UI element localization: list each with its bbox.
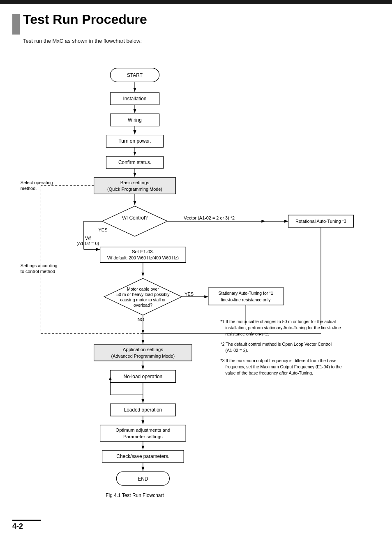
svg-text:END: END xyxy=(138,476,148,482)
svg-text:V/f Control?: V/f Control? xyxy=(122,215,148,221)
svg-text:*2  The default control method: *2 The default control method is Open Lo… xyxy=(221,342,332,347)
svg-text:V/f: V/f xyxy=(85,236,91,240)
svg-text:Check/save parameters.: Check/save parameters. xyxy=(116,453,169,459)
svg-text:Confirm status.: Confirm status. xyxy=(118,160,151,165)
svg-text:installation, perform stationa: installation, perform stationary Auto-Tu… xyxy=(226,326,341,330)
svg-text:Select operating: Select operating xyxy=(21,180,53,185)
flowchart-svg: START Installation Wiring Turn on power.… xyxy=(12,52,380,525)
flowchart-area: START Installation Wiring Turn on power.… xyxy=(12,52,380,525)
svg-text:START: START xyxy=(127,72,143,78)
svg-text:Turn on power.: Turn on power. xyxy=(119,138,151,144)
subtitle: Test run the MxC as shown in the flowcha… xyxy=(23,38,380,44)
svg-rect-50 xyxy=(208,288,284,305)
svg-text:causing motor to stall or: causing motor to stall or xyxy=(120,298,166,302)
page-number: 4-2 xyxy=(12,522,23,530)
svg-marker-23 xyxy=(102,206,168,236)
svg-text:(A1-02 = 2).: (A1-02 = 2). xyxy=(226,348,248,353)
svg-text:value of the base frequency af: value of the base frequency after Auto-T… xyxy=(226,371,313,375)
svg-text:frequency, set the Maximum Out: frequency, set the Maximum Output Freque… xyxy=(226,365,342,369)
svg-text:YES: YES xyxy=(184,291,194,296)
page-title: Test Run Procedure xyxy=(23,12,147,27)
title-area: Test Run Procedure xyxy=(12,12,380,35)
svg-text:V/f default: 200 V/60 Hz(400 V: V/f default: 200 V/60 Hz(400 V/60 Hz) xyxy=(107,256,179,260)
svg-text:(Quick Programming Mode): (Quick Programming Mode) xyxy=(107,187,162,192)
page-container: Test Run Procedure Test run the MxC as s… xyxy=(0,4,392,537)
svg-text:to control method: to control method xyxy=(21,269,55,274)
svg-text:Fig 4.1  Test Run Flowchart: Fig 4.1 Test Run Flowchart xyxy=(106,493,164,498)
title-accent xyxy=(12,14,20,35)
svg-text:(A1-02 = 0): (A1-02 = 0) xyxy=(76,241,99,246)
svg-text:Motor cable over: Motor cable over xyxy=(127,287,159,291)
svg-text:Parameter settings: Parameter settings xyxy=(123,434,163,439)
svg-text:Rotational Auto-Tuning *3: Rotational Auto-Tuning *3 xyxy=(295,219,346,224)
svg-text:Installation: Installation xyxy=(123,96,147,102)
svg-text:Loaded operation: Loaded operation xyxy=(124,407,162,413)
svg-text:No-load operation: No-load operation xyxy=(124,374,163,379)
svg-text:overload?: overload? xyxy=(134,303,152,308)
svg-text:Basic settings: Basic settings xyxy=(120,180,150,185)
svg-text:Wiring: Wiring xyxy=(128,117,142,123)
svg-text:line-to-line resistance only: line-to-line resistance only xyxy=(221,298,271,302)
svg-text:*1  If the motor cable changes: *1 If the motor cable changes to 50 m or… xyxy=(221,319,336,324)
svg-text:Application settings: Application settings xyxy=(123,347,164,352)
top-bar xyxy=(0,0,392,4)
svg-text:50 m or heavy load possibly: 50 m or heavy load possibly xyxy=(116,292,170,297)
svg-text:(Advanced Programming Mode): (Advanced Programming Mode) xyxy=(111,354,175,358)
svg-text:Settings according: Settings according xyxy=(21,263,58,268)
svg-text:resistance only on-site.: resistance only on-site. xyxy=(226,332,270,336)
svg-text:YES: YES xyxy=(99,227,108,232)
svg-text:Optimum adjustments and: Optimum adjustments and xyxy=(115,428,170,432)
svg-text:Stationary Auto-Tuning for *1: Stationary Auto-Tuning for *1 xyxy=(218,291,273,296)
svg-text:Vector (A1-02 = 2 or 3) *2: Vector (A1-02 = 2 or 3) *2 xyxy=(184,215,235,220)
svg-text:method.: method. xyxy=(21,186,37,191)
svg-text:Set E1-03.: Set E1-03. xyxy=(132,249,154,254)
svg-text:*3  If the maximum output freq: *3 If the maximum output frequency is di… xyxy=(221,358,337,363)
svg-text:NO: NO xyxy=(138,317,144,322)
